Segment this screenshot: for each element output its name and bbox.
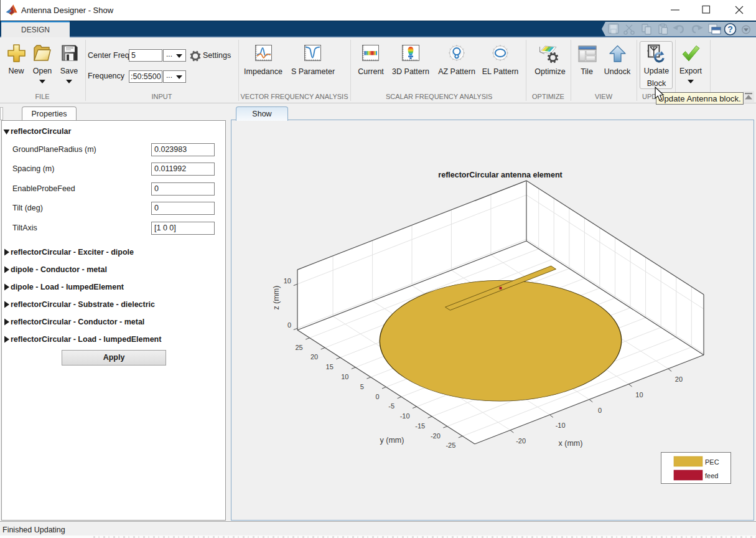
svg-text:0: 0 xyxy=(287,321,291,329)
svg-text:20: 20 xyxy=(310,353,318,361)
svg-text:feed: feed xyxy=(705,472,718,479)
svg-text:-15: -15 xyxy=(415,422,425,430)
svg-text:-20: -20 xyxy=(431,432,441,440)
svg-text:x (mm): x (mm) xyxy=(559,439,583,448)
svg-text:-10: -10 xyxy=(400,412,410,420)
svg-text:15: 15 xyxy=(326,363,334,370)
svg-text:-25: -25 xyxy=(446,441,455,449)
svg-text:10: 10 xyxy=(635,391,643,399)
svg-text:reflectorCircular antenna elem: reflectorCircular antenna element xyxy=(438,171,562,179)
svg-text:PEC: PEC xyxy=(705,458,719,466)
svg-text:-5: -5 xyxy=(388,402,394,410)
svg-text:5: 5 xyxy=(360,383,364,390)
svg-text:20: 20 xyxy=(675,375,683,383)
svg-text:-10: -10 xyxy=(556,422,566,429)
svg-text:-20: -20 xyxy=(516,437,526,445)
svg-text:0: 0 xyxy=(598,407,602,414)
svg-text:z (mm): z (mm) xyxy=(272,286,281,310)
svg-text:10: 10 xyxy=(284,277,291,285)
svg-text:0: 0 xyxy=(375,393,379,400)
svg-text:25: 25 xyxy=(295,344,302,351)
svg-text:y (mm): y (mm) xyxy=(380,436,404,445)
svg-text:10: 10 xyxy=(341,373,348,380)
